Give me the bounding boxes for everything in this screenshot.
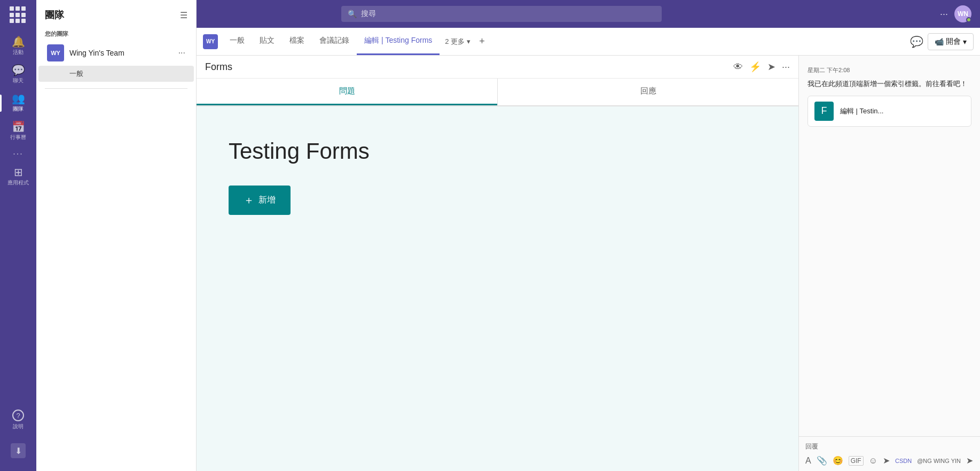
chat-panel: 星期二 下午2:08 我已在此頻道頂端新增一個索引標籤。前往看看吧！ F 編輯 …	[798, 56, 980, 471]
forms-tabs: 問題 回應	[197, 79, 798, 106]
chat-toggle-icon[interactable]: 💬	[910, 35, 923, 48]
gif-icon[interactable]: GIF	[849, 456, 864, 466]
sticker-icon[interactable]: ☺	[869, 456, 877, 466]
team-item[interactable]: WY Wing Yin's Team ···	[38, 40, 194, 66]
teams-panel-title: 團隊	[45, 9, 64, 21]
forms-card-label: 編輯 | Testin...	[840, 106, 883, 116]
channel-team-avatar: WY	[203, 34, 218, 49]
chat-reply-area: 回覆 A 📎 😊 GIF ☺ ➤ CSDN @NG WING YIN ➤	[799, 436, 980, 471]
search-box[interactable]: 🔍 搜尋	[341, 6, 662, 22]
search-icon: 🔍	[348, 10, 357, 18]
download-button[interactable]: ⬇	[11, 439, 26, 462]
reply-toolbar: A 📎 😊 GIF ☺ ➤ CSDN @NG WING YIN ➤	[805, 455, 974, 466]
forms-toolbar-icons: 👁 ⚡ ➤ ···	[733, 61, 790, 73]
attach-icon[interactable]: 📎	[817, 455, 827, 466]
channel-item-general[interactable]: 一般	[38, 66, 194, 82]
search-input[interactable]: 搜尋	[361, 9, 655, 19]
schedule-icon[interactable]: ➤	[883, 455, 890, 466]
forms-toolbar: Forms 👁 ⚡ ➤ ···	[197, 56, 798, 79]
teams-panel: 團隊 ☰ 您的團隊 WY Wing Yin's Team ··· 一般	[36, 0, 197, 471]
sidebar-item-calendar[interactable]: 📅 行事曆	[0, 117, 36, 145]
more-icon: ···	[13, 150, 23, 158]
form-big-title: Testing Forms	[229, 138, 370, 164]
tab-edit-testing-forms[interactable]: 編輯 | Testing Forms	[357, 28, 440, 55]
sidebar-item-help[interactable]: ? 說明	[11, 405, 26, 435]
teams-panel-header: 團隊 ☰	[36, 0, 196, 26]
sidebar-item-activity-label: 活動	[13, 49, 23, 56]
teams-icon: 👥	[12, 93, 25, 104]
sidebar-item-teams-label: 團隊	[13, 105, 23, 113]
channel-header-right: 💬 📹 開會 ▾	[910, 33, 974, 50]
teams-panel-divider	[45, 88, 187, 89]
forms-main-content: Testing Forms ＋ 新增	[197, 106, 798, 471]
more-tabs-button[interactable]: 2 更多 ▾	[440, 28, 476, 55]
channel-tabs: 一般 貼文 檔案 會議記錄 編輯 | Testing Forms 2 更多 ▾ …	[222, 28, 488, 55]
sidebar-item-chat[interactable]: 💬 聊天	[0, 60, 36, 89]
sidebar-item-apps-label: 應用程式	[7, 179, 29, 187]
team-name: Wing Yin's Team	[69, 49, 178, 57]
send-reply-icon[interactable]: ➤	[966, 455, 973, 466]
team-avatar: WY	[47, 44, 64, 61]
chat-message-text: 我已在此頻道頂端新增一個索引標籤。前往看看吧！	[807, 79, 971, 89]
add-tab-button[interactable]: +	[476, 36, 488, 47]
chat-message-area: 星期二 下午2:08 我已在此頻道頂端新增一個索引標籤。前往看看吧！ F 編輯 …	[799, 56, 980, 436]
filter-icon[interactable]: ☰	[180, 10, 187, 20]
forms-tab-questions[interactable]: 問題	[197, 79, 497, 105]
plus-icon: ＋	[244, 193, 254, 207]
bell-icon: 🔔	[12, 36, 25, 47]
tab-general[interactable]: 一般	[222, 28, 252, 55]
format-text-icon[interactable]: A	[805, 456, 811, 466]
chat-icon: 💬	[12, 65, 25, 75]
more-options-icon[interactable]: ···	[782, 61, 790, 73]
add-question-button[interactable]: ＋ 新增	[229, 186, 291, 215]
add-question-label: 新增	[258, 195, 276, 206]
sidebar-item-teams[interactable]: 👥 團隊	[0, 89, 36, 117]
forms-tab-responses[interactable]: 回應	[498, 79, 798, 105]
forms-area: Forms 👁 ⚡ ➤ ··· 問題 回應 Testing Forms ＋ 新增	[197, 56, 798, 471]
sidebar-item-activity[interactable]: 🔔 活動	[0, 32, 36, 60]
status-dot	[966, 17, 971, 22]
topbar-more-icon[interactable]: ···	[940, 9, 948, 20]
sidebar-item-help-label: 說明	[13, 423, 23, 430]
sidebar-item-calendar-label: 行事曆	[10, 134, 26, 141]
lightning-icon[interactable]: ⚡	[749, 61, 761, 73]
channel-header: WY 一般 貼文 檔案 會議記錄 編輯 | Testing Forms 2 更多…	[197, 28, 980, 56]
topbar-right: ··· WN	[940, 5, 971, 22]
your-teams-label: 您的團隊	[36, 26, 196, 40]
chat-timestamp: 星期二 下午2:08	[807, 66, 971, 74]
chat-card[interactable]: F 編輯 | Testin...	[807, 96, 971, 127]
view-icon[interactable]: 👁	[733, 61, 743, 73]
sidebar-item-apps[interactable]: ⊞ 應用程式	[0, 163, 36, 191]
calendar-icon: 📅	[12, 121, 25, 132]
download-icon: ⬇	[11, 443, 26, 458]
user-initials: WN	[958, 10, 968, 18]
team-more-button[interactable]: ···	[178, 48, 185, 58]
tab-meetings[interactable]: 會議記錄	[312, 28, 357, 55]
emoji-icon[interactable]: 😊	[833, 455, 843, 466]
tab-posts[interactable]: 貼文	[252, 28, 282, 55]
reply-label: 回覆	[805, 442, 974, 451]
apps-grid-icon[interactable]	[10, 6, 27, 24]
topbar: 🔍 搜尋 ··· WN	[197, 0, 980, 28]
apps-icon: ⊞	[14, 167, 23, 177]
chevron-down-icon: ▾	[467, 37, 471, 45]
csdn-label[interactable]: CSDN	[895, 458, 912, 464]
content-with-chat: Forms 👁 ⚡ ➤ ··· 問題 回應 Testing Forms ＋ 新增	[197, 56, 980, 471]
sidebar-item-more[interactable]: ···	[0, 145, 36, 163]
user-avatar[interactable]: WN	[954, 5, 971, 22]
send-icon[interactable]: ➤	[767, 61, 775, 73]
forms-title: Forms	[205, 61, 232, 73]
meet-button[interactable]: 📹 開會 ▾	[928, 33, 974, 50]
mention-label: @NG WING YIN	[917, 458, 961, 464]
help-icon: ?	[12, 410, 24, 421]
main-content: 🔍 搜尋 ··· WN WY 一般 貼文 檔案 會議記錄 編輯 | Testin…	[197, 0, 980, 471]
sidebar-rail: 🔔 活動 💬 聊天 👥 團隊 📅 行事曆 ··· ⊞ 應用程式 ? 說明 ⬇	[0, 0, 36, 471]
sidebar-bottom: ? 說明 ⬇	[11, 405, 26, 467]
meet-chevron-icon: ▾	[963, 37, 967, 46]
sidebar-item-chat-label: 聊天	[13, 77, 23, 84]
forms-card-icon: F	[814, 102, 834, 121]
tab-files[interactable]: 檔案	[282, 28, 312, 55]
video-icon: 📹	[935, 37, 944, 46]
